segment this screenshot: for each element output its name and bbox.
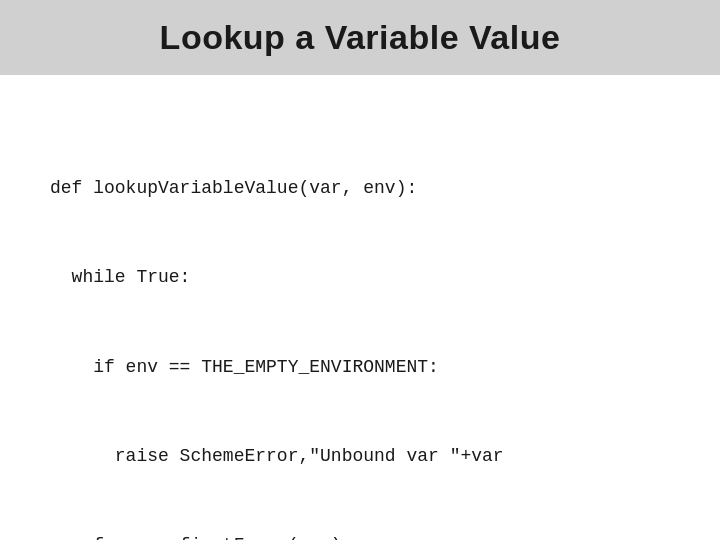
slide-title: Lookup a Variable Value	[160, 18, 561, 56]
slide-header: Lookup a Variable Value	[0, 0, 720, 75]
slide-container: Lookup a Variable Value def lookupVariab…	[0, 0, 720, 540]
slide-content: def lookupVariableValue(var, env): while…	[0, 75, 720, 540]
code-line-5: frame = firstFrame(env)	[50, 531, 670, 540]
code-block: def lookupVariableValue(var, env): while…	[50, 115, 670, 540]
code-line-3: if env == THE_EMPTY_ENVIRONMENT:	[50, 353, 670, 383]
code-line-1: def lookupVariableValue(var, env):	[50, 174, 670, 204]
code-line-2: while True:	[50, 263, 670, 293]
code-line-4: raise SchemeError,"Unbound var "+var	[50, 442, 670, 472]
